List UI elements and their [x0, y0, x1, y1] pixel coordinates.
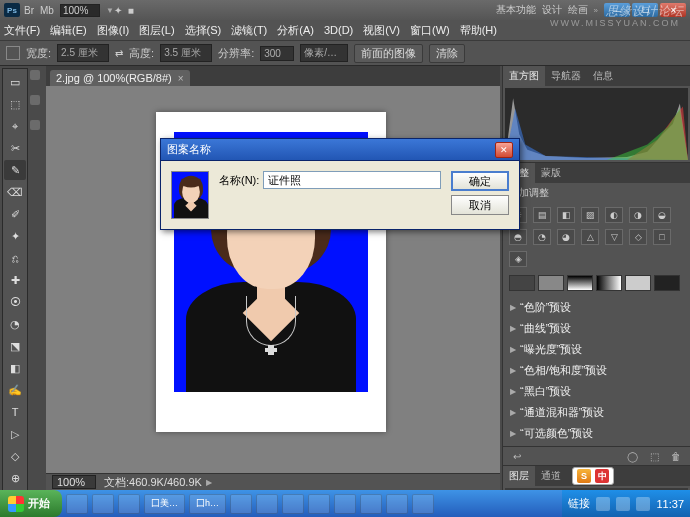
footer-reset-icon[interactable]: ↩: [509, 449, 525, 463]
collapsed-panel-icon[interactable]: [30, 70, 40, 80]
opt-width-field[interactable]: 2.5 厘米: [57, 44, 109, 62]
tool-lasso[interactable]: ⌖: [4, 116, 26, 136]
taskbar-app[interactable]: 囗美…: [144, 494, 185, 514]
tool-path[interactable]: ▷: [4, 424, 26, 444]
opt-height-field[interactable]: 3.5 厘米: [160, 44, 212, 62]
footer-clip-icon[interactable]: ◯: [624, 449, 640, 463]
dialog-titlebar[interactable]: 图案名称 ✕: [161, 139, 519, 161]
tool-history[interactable]: ✚: [4, 270, 26, 290]
menu-analysis[interactable]: 分析(A): [277, 23, 314, 38]
tray-icon[interactable]: [636, 497, 650, 511]
preset-curves[interactable]: ▶“曲线”预设: [507, 318, 686, 339]
sogou-icon[interactable]: S: [577, 469, 591, 483]
view-rotate-icon[interactable]: ✦: [114, 5, 122, 16]
opt-res-unit[interactable]: 像素/…: [300, 44, 348, 62]
taskbar-app[interactable]: [386, 494, 408, 514]
screen-mode-icon[interactable]: ■: [128, 5, 134, 16]
taskbar-app[interactable]: [412, 494, 434, 514]
tray-icon[interactable]: [616, 497, 630, 511]
taskbar-app[interactable]: [230, 494, 252, 514]
adj-levels-icon[interactable]: ▤: [533, 207, 551, 223]
taskbar-app[interactable]: [92, 494, 114, 514]
tool-eraser[interactable]: ⦿: [4, 292, 26, 312]
status-zoom-field[interactable]: 100%: [52, 475, 96, 489]
footer-new-icon[interactable]: ⬚: [646, 449, 662, 463]
tray-clock[interactable]: 11:37: [656, 498, 684, 510]
menu-window[interactable]: 窗口(W): [410, 23, 450, 38]
opt-clear-button[interactable]: 清除: [429, 44, 465, 63]
taskbar-app[interactable]: [118, 494, 140, 514]
preset-exposure[interactable]: ▶“曝光度”预设: [507, 339, 686, 360]
status-menu-icon[interactable]: ▶: [206, 478, 212, 487]
preset-selcolor[interactable]: ▶“可选颜色”预设: [507, 423, 686, 444]
dialog-cancel-button[interactable]: 取消: [451, 195, 509, 215]
preset-chmix[interactable]: ▶“通道混和器”预设: [507, 402, 686, 423]
tab-navigator[interactable]: 导航器: [545, 66, 587, 86]
swap-dimensions-icon[interactable]: ⇄: [115, 48, 123, 59]
tab-info[interactable]: 信息: [587, 66, 619, 86]
adj-selcolor-icon[interactable]: ◈: [509, 251, 527, 267]
preset-hue[interactable]: ▶“色相/饱和度”预设: [507, 360, 686, 381]
adj-bw-icon[interactable]: ◓: [509, 229, 527, 245]
tool-blur[interactable]: ⬔: [4, 336, 26, 356]
adj-chmix-icon[interactable]: ◕: [557, 229, 575, 245]
tool-eyedropper[interactable]: ⌫: [4, 182, 26, 202]
grad-swatch[interactable]: [654, 275, 680, 291]
menu-select[interactable]: 选择(S): [185, 23, 222, 38]
adj-poster-icon[interactable]: ▽: [605, 229, 623, 245]
taskbar-app[interactable]: [360, 494, 382, 514]
workspace-paint[interactable]: 绘画: [568, 3, 588, 17]
adj-gradmap-icon[interactable]: □: [653, 229, 671, 245]
tool-3d[interactable]: ⊕: [4, 468, 26, 488]
adj-vibrance-icon[interactable]: ◐: [605, 207, 623, 223]
adj-photo-icon[interactable]: ◔: [533, 229, 551, 245]
tool-gradient[interactable]: ◔: [4, 314, 26, 334]
workspace-design[interactable]: 设计: [542, 3, 562, 17]
taskbar-app[interactable]: [282, 494, 304, 514]
preset-bw[interactable]: ▶“黑白”预设: [507, 381, 686, 402]
adj-curves-icon[interactable]: ◧: [557, 207, 575, 223]
tool-type[interactable]: T: [4, 402, 26, 422]
footer-trash-icon[interactable]: 🗑: [668, 449, 684, 463]
ime-indicator[interactable]: S 中: [572, 467, 614, 485]
grad-swatch[interactable]: [509, 275, 535, 291]
tool-brush[interactable]: ✦: [4, 226, 26, 246]
opt-front-image-button[interactable]: 前面的图像: [354, 44, 423, 63]
tool-pen[interactable]: ✍: [4, 380, 26, 400]
collapsed-panel-icon[interactable]: [30, 95, 40, 105]
taskbar-app[interactable]: 囗h…: [189, 494, 226, 514]
tool-dodge[interactable]: ◧: [4, 358, 26, 378]
tool-quickselect[interactable]: ✂: [4, 138, 26, 158]
dialog-close-button[interactable]: ✕: [495, 142, 513, 158]
grad-swatch[interactable]: [625, 275, 651, 291]
taskbar-app[interactable]: [334, 494, 356, 514]
menu-help[interactable]: 帮助(H): [460, 23, 497, 38]
tab-histogram[interactable]: 直方图: [503, 66, 545, 86]
adj-hue-icon[interactable]: ◑: [629, 207, 647, 223]
taskbar-app[interactable]: [308, 494, 330, 514]
tab-masks[interactable]: 蒙版: [535, 163, 567, 183]
zoom-field[interactable]: 100%: [60, 4, 100, 17]
grad-swatch[interactable]: [596, 275, 622, 291]
menu-file[interactable]: 文件(F): [4, 23, 40, 38]
tab-layers[interactable]: 图层: [503, 466, 535, 486]
tool-shape[interactable]: ◇: [4, 446, 26, 466]
zoom-dropdown-icon[interactable]: ▼: [106, 6, 114, 15]
menu-3d[interactable]: 3D(D): [324, 24, 353, 36]
taskbar-app[interactable]: [256, 494, 278, 514]
dialog-name-input[interactable]: [263, 171, 441, 189]
preset-levels[interactable]: ▶“色阶”预设: [507, 297, 686, 318]
menu-layer[interactable]: 图层(L): [139, 23, 174, 38]
tray-links-label[interactable]: 链接: [568, 496, 590, 511]
grad-swatch[interactable]: [567, 275, 593, 291]
tab-channels[interactable]: 通道: [535, 466, 567, 486]
opt-res-field[interactable]: 300: [260, 46, 294, 61]
document-tab-close-icon[interactable]: ×: [178, 73, 184, 84]
start-button[interactable]: 开始: [0, 490, 62, 517]
menu-filter[interactable]: 滤镜(T): [231, 23, 267, 38]
menu-image[interactable]: 图像(I): [97, 23, 129, 38]
tool-crop[interactable]: ✎: [4, 160, 26, 180]
document-tab[interactable]: 2.jpg @ 100%(RGB/8#) ×: [50, 70, 190, 86]
ime-cn-icon[interactable]: 中: [595, 469, 609, 483]
adj-exposure-icon[interactable]: ▨: [581, 207, 599, 223]
